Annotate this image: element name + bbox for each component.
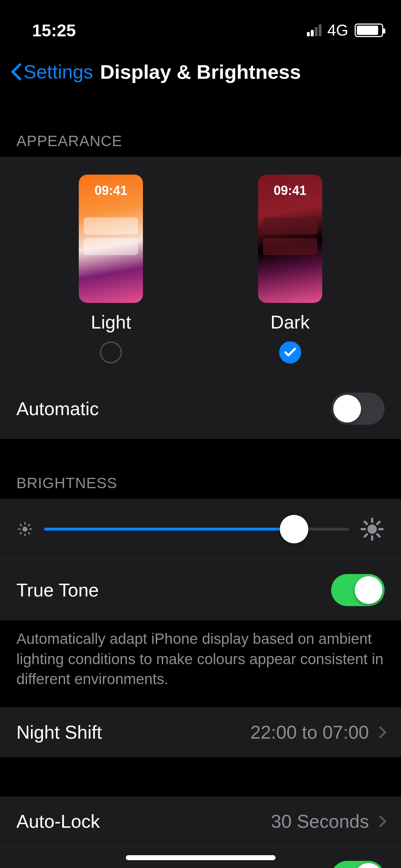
preview-widget bbox=[84, 217, 138, 234]
brightness-group: True Tone bbox=[0, 499, 401, 620]
auto-lock-value: 30 Seconds bbox=[271, 811, 385, 832]
theme-label-dark: Dark bbox=[271, 311, 310, 333]
toggle-knob bbox=[355, 863, 382, 868]
status-right: 4G bbox=[307, 21, 383, 39]
home-indicator[interactable] bbox=[126, 855, 276, 860]
truetone-toggle[interactable] bbox=[331, 574, 385, 606]
auto-lock-label: Auto-Lock bbox=[16, 811, 100, 832]
preview-time: 09:41 bbox=[258, 183, 322, 198]
theme-label-light: Light bbox=[91, 311, 131, 333]
svg-line-17 bbox=[377, 522, 380, 524]
preview-widget bbox=[84, 238, 138, 255]
svg-line-7 bbox=[20, 533, 21, 534]
toggle-knob bbox=[355, 576, 382, 604]
svg-line-14 bbox=[365, 522, 367, 524]
appearance-group: 09:41 Light 09:41 Dark Aut bbox=[0, 157, 401, 439]
truetone-footer: Automatically adapt iPhone display based… bbox=[0, 620, 401, 707]
chevron-right-icon bbox=[374, 726, 386, 738]
slider-fill bbox=[44, 528, 294, 531]
battery-fill bbox=[357, 26, 378, 35]
light-radio[interactable] bbox=[100, 341, 122, 363]
night-shift-row[interactable]: Night Shift 22:00 to 07:00 bbox=[0, 707, 401, 757]
slider-thumb[interactable] bbox=[280, 515, 308, 543]
theme-chooser: 09:41 Light 09:41 Dark bbox=[0, 157, 401, 378]
cellular-signal-icon bbox=[307, 24, 322, 36]
chevron-right-icon bbox=[374, 815, 386, 827]
sun-large-icon bbox=[360, 517, 385, 542]
truetone-row: True Tone bbox=[0, 559, 401, 620]
status-bar: 15:25 4G bbox=[0, 0, 401, 50]
section-header-appearance: APPEARANCE bbox=[0, 97, 401, 157]
raise-to-wake-label: Raise to Wake bbox=[16, 866, 136, 868]
dark-radio[interactable] bbox=[279, 341, 301, 363]
spacer bbox=[0, 757, 401, 796]
toggle-knob bbox=[333, 395, 361, 423]
theme-option-dark[interactable]: 09:41 Dark bbox=[237, 175, 344, 363]
checkmark-icon bbox=[283, 345, 297, 360]
nav-bar: Settings Display & Brightness bbox=[0, 50, 401, 97]
night-shift-value: 22:00 to 07:00 bbox=[250, 722, 385, 743]
sun-small-icon bbox=[16, 521, 34, 538]
svg-line-8 bbox=[29, 525, 30, 526]
preview-widget bbox=[263, 217, 317, 234]
automatic-row: Automatic bbox=[0, 378, 401, 439]
status-time: 15:25 bbox=[32, 21, 76, 40]
automatic-label: Automatic bbox=[16, 398, 99, 419]
truetone-label: True Tone bbox=[16, 579, 99, 601]
network-type: 4G bbox=[327, 21, 348, 39]
raise-to-wake-toggle[interactable] bbox=[331, 861, 385, 868]
preview-time: 09:41 bbox=[79, 183, 143, 198]
svg-point-0 bbox=[22, 527, 27, 532]
night-shift-value-text: 22:00 to 07:00 bbox=[250, 722, 369, 743]
night-shift-group: Night Shift 22:00 to 07:00 bbox=[0, 707, 401, 757]
svg-line-16 bbox=[365, 534, 367, 537]
brightness-slider-row bbox=[0, 499, 401, 559]
auto-lock-value-text: 30 Seconds bbox=[271, 811, 369, 832]
section-header-brightness: BRIGHTNESS bbox=[0, 439, 401, 499]
night-shift-label: Night Shift bbox=[16, 722, 102, 743]
theme-option-light[interactable]: 09:41 Light bbox=[57, 175, 164, 363]
svg-line-5 bbox=[20, 525, 21, 526]
brightness-slider[interactable] bbox=[44, 528, 349, 531]
light-preview-thumbnail: 09:41 bbox=[79, 175, 143, 303]
auto-lock-row[interactable]: Auto-Lock 30 Seconds bbox=[0, 796, 401, 846]
page-title: Display & Brightness bbox=[0, 60, 401, 83]
battery-icon bbox=[355, 24, 383, 37]
preview-widget bbox=[263, 238, 317, 255]
svg-point-9 bbox=[367, 525, 377, 534]
svg-line-6 bbox=[29, 533, 30, 534]
dark-preview-thumbnail: 09:41 bbox=[258, 175, 322, 303]
svg-line-15 bbox=[377, 534, 380, 537]
automatic-toggle[interactable] bbox=[331, 393, 385, 425]
